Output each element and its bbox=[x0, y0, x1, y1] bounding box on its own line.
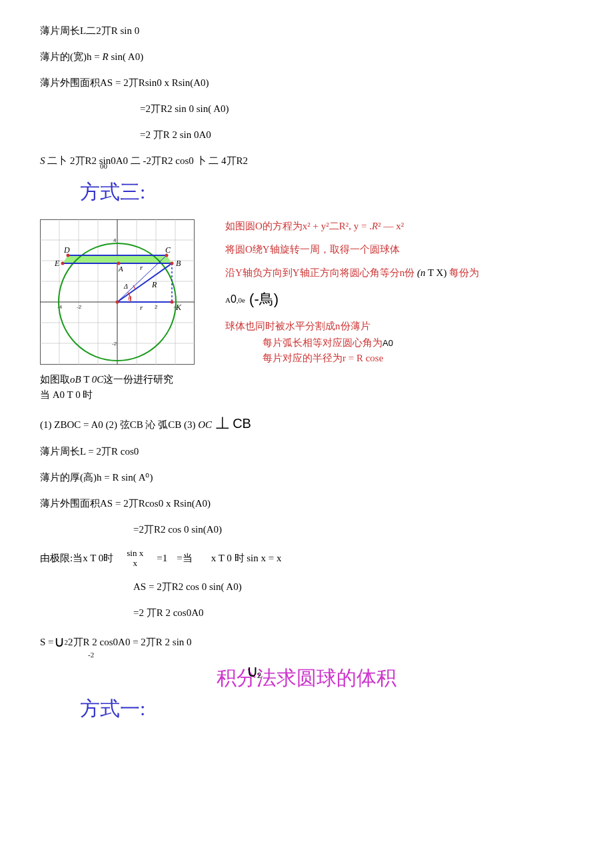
eq-width: 薄片的(宽)h = R sin( A0) bbox=[40, 50, 573, 64]
text: 每片弧长相等对应圆心角为 bbox=[263, 337, 382, 348]
text: ,0e bbox=[237, 296, 245, 304]
text: 将圆O绕Y轴旋转一周，取得一个圆球体 bbox=[225, 244, 400, 255]
sub: 2 bbox=[257, 671, 261, 681]
eq-AS-result2: =2 丌R 2 cos0A0 bbox=[40, 606, 573, 620]
text: 每片对应的半径为r = R cose bbox=[263, 353, 383, 363]
svg-point-30 bbox=[171, 262, 174, 265]
text: =1 bbox=[157, 551, 167, 565]
text: 由极限:当x T 0时 bbox=[40, 551, 113, 565]
eq-AS-result1: AS = 2丌R2 cos 0 sin( A0) bbox=[40, 580, 573, 594]
svg-text:r: r bbox=[140, 303, 143, 311]
eq-circumference: 薄片周长L二2丌R sin 0 bbox=[40, 24, 573, 38]
svg-text:B: B bbox=[176, 259, 181, 268]
text: 每份为 bbox=[449, 267, 479, 278]
text: sin( A0) bbox=[109, 51, 144, 62]
svg-point-34 bbox=[171, 301, 174, 304]
text: =2丌R2 sin 0 sin( A0) bbox=[140, 103, 229, 114]
text: 薄片外围面积AS = 2丌Rcos0 x Rsin(A0) bbox=[40, 498, 211, 509]
text: x T 0 时 sin x = x bbox=[211, 551, 282, 565]
text: T X) bbox=[425, 267, 449, 278]
figure-block: -4-2 24 -224 bbox=[40, 219, 573, 369]
svg-text:r: r bbox=[140, 263, 143, 271]
heading-volume-title: ∪ 2 积分法求圆球的体积 bbox=[40, 664, 573, 692]
perp-icon: 丄 CB bbox=[212, 416, 251, 431]
sub-neg2: -2 bbox=[40, 650, 573, 660]
svg-point-29 bbox=[61, 262, 65, 265]
eq-area-outer: 薄片外围面积AS = 2丌Rsin0 x Rsin(A0) bbox=[40, 76, 573, 90]
svg-text:4: 4 bbox=[113, 237, 117, 243]
text: =2 丌R 2 cos0A0 bbox=[133, 607, 204, 618]
text: 积分法求圆球的体积 bbox=[217, 667, 396, 689]
text: OC bbox=[198, 419, 212, 430]
text: 方式三: bbox=[80, 181, 145, 203]
num: sin x bbox=[127, 549, 143, 558]
svg-point-28 bbox=[116, 301, 119, 304]
text: 薄片的厚(高)h = R sin( A⁰) bbox=[40, 472, 153, 483]
text: =2 丌R 2 sin 0A0 bbox=[140, 129, 211, 140]
para-take-ob: 如图取oB T 0C这一份进行研究 bbox=[40, 373, 573, 387]
svg-text:-2: -2 bbox=[77, 304, 82, 310]
eq-AS-cos: 薄片外围面积AS = 2丌Rcos0 x Rsin(A0) bbox=[40, 497, 573, 511]
text: 薄片周长L = 2丌R cos0 bbox=[40, 446, 139, 457]
var-R: R bbox=[372, 221, 378, 231]
text: 二卜 2丌R2 sin0A0 二 -2丌R2 cos0 卜 二 4丌R2 bbox=[45, 155, 249, 166]
eq-area-step3: =2 丌R 2 sin 0A0 bbox=[40, 128, 573, 142]
text: 薄片周长L二2丌R sin 0 bbox=[40, 25, 139, 36]
svg-text:C: C bbox=[165, 245, 171, 255]
text: =2丌R2 cos 0 sin(A0) bbox=[133, 524, 222, 535]
svg-text:D: D bbox=[63, 245, 70, 255]
den: x bbox=[133, 559, 138, 568]
eq-L-cos: 薄片周长L = 2丌R cos0 bbox=[40, 445, 573, 459]
text: 这一份进行研究 bbox=[103, 374, 173, 385]
text: (1) ZBOC = A0 (2) 弦CB 沁 弧CB (3) bbox=[40, 419, 198, 430]
text: A bbox=[225, 296, 231, 304]
text: A0 bbox=[382, 338, 393, 348]
para-when-dtheta: 当 A0 T 0 时 bbox=[40, 388, 573, 402]
circle-diagram: -4-2 24 -224 bbox=[40, 219, 195, 369]
heading-method-1: 方式一: bbox=[80, 695, 573, 723]
text: 薄片的(宽)h = bbox=[40, 51, 102, 62]
text: 当 A0 T 0 时 bbox=[40, 389, 93, 400]
side-rotate: 将圆O绕Y轴旋转一周，取得一个圆球体 bbox=[225, 243, 573, 257]
text: 如图圆O的方程为x² + y²二R², y = . bbox=[225, 221, 372, 231]
side-radius: 每片对应的半径为r = R cose bbox=[225, 351, 573, 365]
eq-area-step2: =2丌R2 sin 0 sin( A0) bbox=[40, 102, 573, 116]
text: S = bbox=[40, 635, 54, 649]
text: AS = 2丌R2 cos 0 sin( A0) bbox=[133, 581, 242, 592]
var-R: R bbox=[102, 51, 108, 62]
svg-text:A: A bbox=[118, 265, 123, 273]
svg-text:2: 2 bbox=[155, 304, 158, 310]
text: =当 bbox=[177, 551, 192, 565]
text: 0C bbox=[92, 374, 104, 385]
var-S: S bbox=[40, 155, 45, 166]
text: 球体也同时被水平分割成n份薄片 bbox=[225, 321, 370, 331]
svg-text:K: K bbox=[175, 303, 182, 312]
svg-text:θ: θ bbox=[128, 294, 132, 302]
side-arc: 每片弧长相等对应圆心角为A0 bbox=[225, 336, 573, 350]
union-icon: ∪ bbox=[54, 632, 65, 653]
eq-three-parts: (1) ZBOC = A0 (2) 弦CB 沁 弧CB (3) OC 丄 CB bbox=[40, 414, 573, 433]
figure-side-text: 如图圆O的方程为x² + y²二R², y = .R² — x² 将圆O绕Y轴旋… bbox=[225, 219, 573, 367]
svg-text:-2: -2 bbox=[112, 341, 117, 347]
text: T bbox=[81, 374, 92, 385]
text: 薄片外围面积AS = 2丌Rsin0 x Rsin(A0) bbox=[40, 77, 209, 88]
heading-method-3: 方式三: bbox=[80, 178, 573, 206]
svg-text:E: E bbox=[54, 259, 60, 268]
eq-limit: 由极限:当x T 0时 sin x x =1 =当 x T 0 时 sin x … bbox=[40, 549, 573, 568]
text: (-鳥) bbox=[245, 291, 279, 307]
text: 2丌R 2 cos0A0 = 2丌R 2 sin 0 bbox=[68, 635, 192, 649]
text: oB bbox=[70, 374, 81, 385]
side-slices: 球体也同时被水平分割成n份薄片 bbox=[225, 319, 573, 333]
svg-text:Δ: Δ bbox=[123, 283, 128, 290]
text: 方式一: bbox=[80, 697, 145, 719]
eq-AS-step2: =2丌R2 cos 0 sin(A0) bbox=[40, 523, 573, 537]
text: (n bbox=[417, 267, 426, 278]
side-divide: 沿Y轴负方向到Y轴正方向将圆心角等分n份 (n T X) 每份为 bbox=[225, 266, 573, 280]
text: 如图取 bbox=[40, 374, 70, 385]
side-eq-circle: 如图圆O的方程为x² + y²二R², y = .R² — x² bbox=[225, 219, 573, 233]
text: 沿Y轴负方向到Y轴正方向将圆心角等分n份 bbox=[225, 267, 417, 278]
svg-text:R: R bbox=[151, 280, 157, 289]
eq-h-sin: 薄片的厚(高)h = R sin( A⁰) bbox=[40, 471, 573, 485]
fraction: sin x x bbox=[127, 549, 143, 568]
text: 0 bbox=[231, 293, 237, 305]
